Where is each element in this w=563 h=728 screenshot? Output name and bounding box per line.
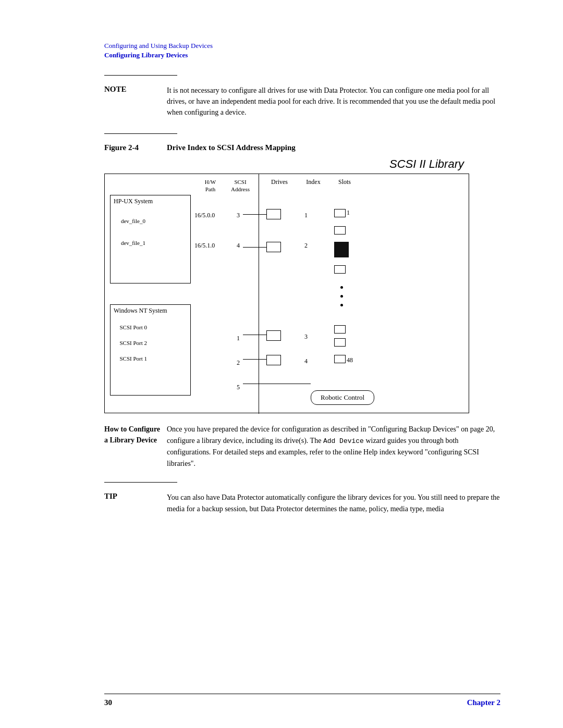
robotic-control-label: Robotic Control	[321, 393, 364, 401]
figure-number: Figure 2-4	[104, 143, 167, 152]
right-panel-divider	[259, 174, 259, 414]
hpux-row-1: dev_file_1	[111, 240, 190, 246]
slots-header: Slots	[334, 178, 355, 186]
divider-top	[104, 75, 177, 76]
winnt-box: Windows NT System SCSI Port 0 SCSI Port …	[110, 304, 191, 396]
divider-tip	[104, 482, 177, 483]
footer-chapter: Chapter 2	[467, 698, 500, 707]
index-1-val: 1	[304, 212, 308, 219]
robotic-arm-icon	[334, 242, 349, 257]
winnt-label: Windows NT System	[111, 305, 190, 317]
dev-file-0-label: dev_file_0	[116, 218, 150, 224]
line-1	[243, 247, 266, 248]
breadcrumb-link[interactable]: Configuring and Using Backup Devices	[104, 42, 500, 50]
index-3-val: 3	[304, 333, 308, 341]
figure-block: SCSI II Library HP-UX System dev_file_0 …	[104, 157, 500, 413]
drive-box-1	[266, 242, 281, 252]
dot-1	[340, 286, 343, 289]
addr-0-val: 3	[237, 212, 240, 219]
how-to-configure-block: How to Configure a Library Device Once y…	[104, 424, 500, 469]
winnt-row-1: SCSI Port 1	[111, 355, 190, 362]
path-1-val: 16/5.1.0	[194, 242, 215, 250]
port1-addr-val: 5	[237, 384, 240, 391]
dot-2	[340, 295, 343, 298]
line-port2	[243, 359, 266, 360]
drive-box-0	[266, 209, 281, 219]
hpux-row-0: dev_file_0	[111, 218, 190, 224]
slot-box-port0-a	[334, 325, 346, 334]
dev-file-1-label: dev_file_1	[116, 240, 150, 246]
figure-caption: Figure 2-4 Drive Index to SCSI Address M…	[104, 143, 500, 152]
tip-text: You can also have Data Protector automat…	[167, 492, 500, 514]
winnt-row-2: SCSI Port 2	[111, 340, 190, 346]
breadcrumb: Configuring and Using Backup Devices Con…	[104, 42, 500, 59]
scsi-port-2-label: SCSI Port 2	[114, 340, 151, 346]
figure-title: Drive Index to SCSI Address Mapping	[167, 143, 296, 152]
note-block: NOTE It is not necessary to configure al…	[104, 85, 500, 118]
how-label: How to Configure a Library Device	[104, 424, 167, 469]
note-label: NOTE	[104, 85, 167, 118]
line-port1	[243, 384, 266, 384]
slot-48-val: 48	[347, 356, 353, 364]
tip-label: TIP	[104, 492, 167, 514]
slot-box-3	[334, 265, 346, 274]
addr-1-val: 4	[237, 242, 240, 250]
winnt-row-0: SCSI Port 0	[111, 324, 190, 330]
diagram-inner: HP-UX System dev_file_0 dev_file_1 Windo…	[104, 174, 469, 413]
drives-header: Drives	[266, 178, 292, 186]
drive-box-port2	[266, 355, 281, 365]
hw-path-header: H/WPath	[196, 178, 225, 193]
port0-addr-val: 1	[237, 335, 240, 342]
hpux-box: HP-UX System dev_file_0 dev_file_1	[110, 195, 191, 283]
line-port0	[243, 335, 266, 335]
how-text: Once you have prepared the device for co…	[167, 424, 500, 469]
divider-mid	[104, 133, 177, 134]
slot-box-1	[334, 209, 346, 217]
slot-box-48	[334, 355, 346, 363]
port2-addr-val: 2	[237, 359, 240, 367]
note-text: It is not necessary to configure all dri…	[167, 85, 500, 118]
drive-box-port0	[266, 330, 281, 341]
scsi-diagram-title: SCSI II Library	[104, 157, 469, 171]
breadcrumb-current: Configuring Library Devices	[104, 51, 500, 59]
add-device-code: Add Device	[323, 437, 364, 445]
scsi-port-1-label: SCSI Port 1	[114, 355, 151, 362]
index-header: Index	[303, 178, 324, 186]
index-4-val: 4	[304, 357, 308, 365]
slot-box-port0-b	[334, 338, 346, 347]
slot-box-2	[334, 226, 346, 235]
page: Configuring and Using Backup Devices Con…	[0, 0, 563, 728]
scsi-addr-header: SCSIAddress	[225, 178, 256, 193]
line-0	[243, 214, 266, 215]
footer-page: 30	[104, 698, 112, 707]
slot-1-val: 1	[347, 209, 350, 217]
path-0-val: 16/5.0.0	[194, 212, 215, 219]
index-2-val: 2	[304, 242, 308, 250]
robotic-control-box: Robotic Control	[311, 390, 374, 405]
tip-block: TIP You can also have Data Protector aut…	[104, 492, 500, 514]
footer: 30 Chapter 2	[104, 694, 500, 707]
dot-3	[340, 304, 343, 306]
hpux-label: HP-UX System	[111, 195, 190, 207]
scsi-port-0-label: SCSI Port 0	[114, 324, 151, 330]
line-robotic	[266, 384, 311, 384]
